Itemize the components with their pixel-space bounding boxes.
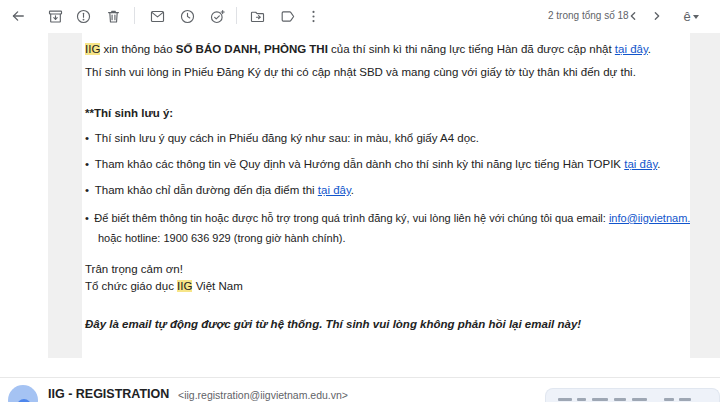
body-text: của thí sinh kì thi năng lực tiếng Hàn đ… bbox=[328, 43, 615, 55]
toolbar-separator bbox=[236, 7, 237, 24]
body-text: Tham khảo chỉ dẫn đường đến địa điểm thi bbox=[95, 184, 318, 196]
body-text: Tham khảo các thông tin về Quy định và H… bbox=[95, 158, 624, 170]
body-text: hoặc hotline: 1900 636 929 (trong giờ hà… bbox=[98, 232, 346, 244]
bullet-item: Tham khảo các thông tin về Quy định và H… bbox=[85, 156, 660, 172]
toolbar-separator bbox=[134, 7, 135, 24]
delete-button[interactable] bbox=[101, 4, 125, 28]
bullet-marker bbox=[85, 184, 95, 196]
input-tools-button[interactable]: ê bbox=[672, 4, 710, 28]
email-body-region: IIG xin thông báo SỐ BÁO DANH, PHÒNG THI… bbox=[48, 33, 720, 358]
pagination-counter: 2 trong tổng số 18 bbox=[548, 10, 629, 21]
more-vertical-icon bbox=[305, 8, 322, 25]
report-spam-icon bbox=[75, 8, 92, 25]
link-tai-day[interactable]: tại đây bbox=[318, 184, 351, 196]
body-text: Để biết thêm thông tin hoặc được hỗ trợ … bbox=[94, 212, 609, 224]
mark-unread-button[interactable] bbox=[145, 4, 169, 28]
toolbar: 2 trong tổng số 18 ê bbox=[0, 0, 720, 32]
clipped-text-fragment bbox=[558, 398, 572, 401]
sender-name: IIG - REGISTRATION bbox=[48, 387, 169, 401]
body-text-bold: SỐ BÁO DANH, PHÒNG THI bbox=[176, 43, 328, 55]
older-email-button[interactable] bbox=[646, 4, 668, 28]
add-task-icon bbox=[209, 8, 226, 25]
bullet-item: Thí sinh lưu ý quy cách in Phiếu đăng ký… bbox=[85, 130, 479, 146]
body-text: Trân trọng cảm ơn! bbox=[85, 263, 183, 275]
envelope-icon bbox=[149, 8, 166, 25]
newer-email-button[interactable] bbox=[622, 4, 644, 28]
body-text: . bbox=[351, 184, 354, 196]
more-options-button[interactable] bbox=[301, 4, 325, 28]
link-email-address[interactable]: info@iigvietnam.edu.vn bbox=[609, 212, 690, 224]
search-highlight: IIG bbox=[177, 280, 192, 292]
back-arrow-icon bbox=[9, 7, 27, 25]
auto-email-disclaimer: Đây là email tự động được gửi từ hệ thốn… bbox=[85, 316, 581, 332]
report-spam-button[interactable] bbox=[71, 4, 95, 28]
clipped-text-fragment bbox=[632, 398, 647, 401]
chevron-left-icon bbox=[625, 8, 641, 24]
clipped-text-fragment bbox=[679, 398, 691, 401]
body-text: xin thông báo bbox=[100, 43, 175, 55]
clipped-text-fragment bbox=[614, 398, 626, 401]
clock-icon bbox=[179, 8, 196, 25]
bullet-marker bbox=[85, 212, 94, 224]
search-highlight: IIG bbox=[85, 43, 100, 55]
body-text: Việt Nam bbox=[192, 280, 242, 292]
note-heading: **Thí sinh lưu ý: bbox=[85, 105, 173, 121]
snooze-button[interactable] bbox=[175, 4, 199, 28]
label-tag-icon bbox=[279, 8, 296, 25]
archive-icon bbox=[47, 8, 64, 25]
link-tai-day[interactable]: tại đây bbox=[615, 43, 648, 55]
clipped-text-fragment bbox=[592, 398, 608, 401]
move-to-button[interactable] bbox=[245, 4, 269, 28]
trash-icon bbox=[105, 8, 122, 25]
email-paragraph: IIG xin thông báo SỐ BÁO DANH, PHÒNG THI… bbox=[85, 41, 651, 57]
add-to-tasks-button[interactable] bbox=[205, 4, 229, 28]
body-text: . bbox=[657, 158, 660, 170]
labels-button[interactable] bbox=[275, 4, 299, 28]
sender-email-address: <iig.registration@iigvietnam.edu.vn> bbox=[178, 389, 348, 401]
bullet-marker bbox=[85, 132, 95, 144]
email-paragraph: Thí sinh vui lòng in Phiếu Đăng Ký dự th… bbox=[85, 64, 636, 80]
email-content-card: IIG xin thông báo SỐ BÁO DANH, PHÒNG THI… bbox=[82, 33, 690, 358]
body-text: . bbox=[648, 43, 651, 55]
gmail-window: { "window": { "width": 720, "height": 40… bbox=[0, 0, 720, 402]
clipped-text-fragment bbox=[577, 398, 586, 401]
sender-avatar[interactable] bbox=[8, 385, 38, 402]
bullet-marker bbox=[85, 158, 95, 170]
body-text: Tổ chức giáo dục bbox=[85, 280, 177, 292]
back-button[interactable] bbox=[6, 4, 30, 28]
signature-block: Trân trọng cảm ơn! Tổ chức giáo dục IIG … bbox=[85, 261, 243, 295]
cutoff-popup-card[interactable] bbox=[545, 388, 720, 402]
body-text: Thí sinh lưu ý quy cách in Phiếu đăng ký… bbox=[95, 132, 479, 144]
chevron-right-icon bbox=[649, 8, 665, 24]
move-to-folder-icon bbox=[249, 8, 266, 25]
clipped-text-fragment bbox=[664, 398, 674, 401]
dropdown-caret-icon bbox=[693, 15, 699, 19]
link-tai-day[interactable]: tại đây bbox=[624, 158, 657, 170]
archive-button[interactable] bbox=[43, 4, 67, 28]
bullet-item: Tham khảo chỉ dẫn đường đến địa điểm thi… bbox=[85, 182, 354, 198]
input-tools-icon: ê bbox=[683, 10, 690, 23]
bullet-item: Để biết thêm thông tin hoặc được hỗ trợ … bbox=[85, 208, 690, 248]
